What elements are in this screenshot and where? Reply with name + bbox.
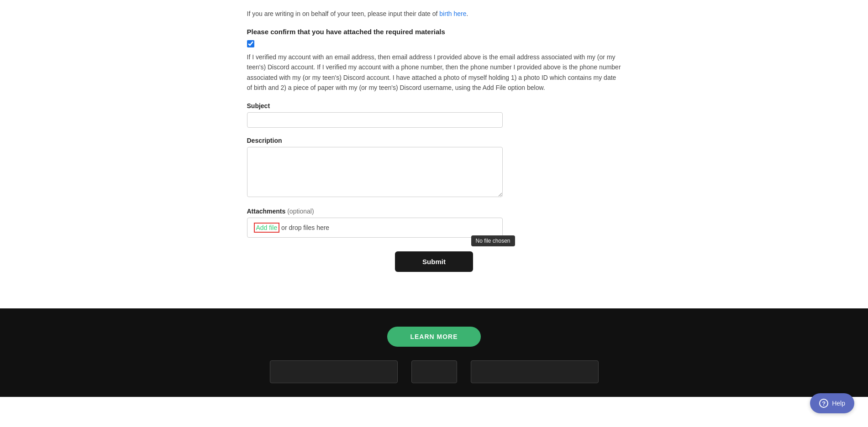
- footer-bottom: [0, 360, 868, 383]
- submit-area: Submit: [247, 251, 621, 272]
- confirm-text: If I verified my account with an email a…: [247, 52, 621, 93]
- add-file-link[interactable]: Add file: [254, 223, 280, 233]
- confirm-checkbox-row: [247, 40, 621, 47]
- subject-input[interactable]: [247, 112, 503, 128]
- confirm-title: Please confirm that you have attached th…: [247, 28, 621, 36]
- attachments-label: Attachments (optional): [247, 208, 621, 215]
- description-group: Description: [247, 137, 621, 198]
- attachments-dropzone[interactable]: Add file or drop files here No file chos…: [247, 218, 503, 238]
- footer-box-1: [270, 360, 398, 383]
- no-file-tooltip: No file chosen: [471, 235, 515, 246]
- drop-text: or drop files here: [279, 224, 329, 231]
- footer-box-3: [471, 360, 599, 383]
- birth-link[interactable]: birth here: [439, 10, 466, 17]
- confirm-section: Please confirm that you have attached th…: [247, 28, 621, 93]
- subject-group: Subject: [247, 102, 621, 128]
- learn-more-button[interactable]: LEARN MORE: [387, 327, 480, 347]
- footer: LEARN MORE: [0, 308, 868, 397]
- confirm-checkbox[interactable]: [247, 40, 254, 47]
- description-label: Description: [247, 137, 621, 144]
- attachments-group: Attachments (optional) Add file or drop …: [247, 208, 621, 238]
- help-bubble[interactable]: ? Help: [810, 393, 854, 397]
- teen-note: If you are writing in on behalf of your …: [247, 9, 621, 19]
- footer-box-2: [411, 360, 457, 383]
- description-textarea[interactable]: [247, 147, 503, 197]
- subject-label: Subject: [247, 102, 621, 109]
- submit-button[interactable]: Submit: [395, 251, 473, 272]
